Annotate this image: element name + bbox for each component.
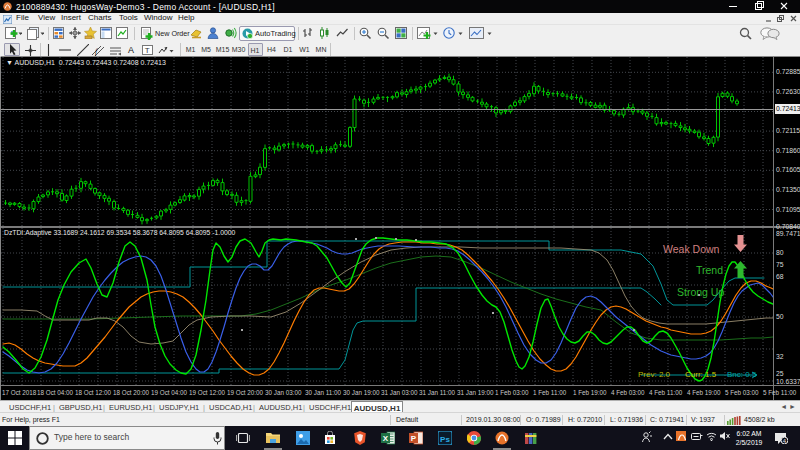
svg-text:P: P (411, 434, 417, 443)
svg-text:T: T (145, 46, 150, 55)
svg-text:Ps: Ps (440, 435, 450, 444)
svg-text:X: X (383, 434, 389, 443)
